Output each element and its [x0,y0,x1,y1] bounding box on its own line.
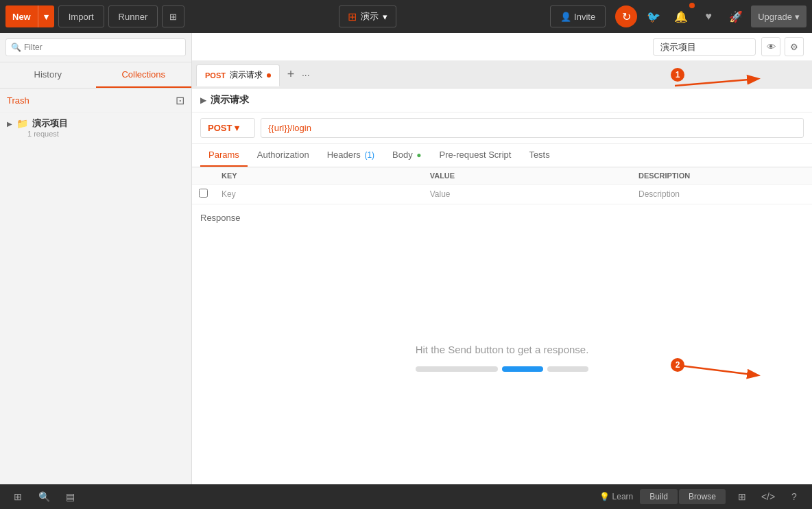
upgrade-button[interactable]: Upgrade ▾ [751,5,807,27]
new-dropdown-arrow[interactable]: ▾ [38,5,54,27]
bottom-code-button[interactable]: </> [759,487,778,506]
env-actions: 👁 ⚙ [761,37,804,56]
sidebar-tab-history[interactable]: History [0,62,96,88]
response-label: Response [192,204,812,231]
col-description: DESCRIPTION [632,167,812,185]
cookie-button[interactable]: 🐦 [643,5,665,27]
collection-sub: 1 request [7,130,184,138]
bottom-layout-button[interactable]: ⊞ [732,487,752,506]
nav-icons: ↻ 🐦 🔔 ♥ 🚀 [615,5,747,27]
notifications-button[interactable]: 🔔 [670,5,692,27]
more-tabs-button[interactable]: ··· [302,69,310,80]
col-value: VALUE [423,167,632,185]
tab-unsaved-dot [267,73,271,78]
invite-icon: 👤 [560,12,571,22]
top-nav: New ▾ Import Runner ⊞ ⊞ 演示 ▾ 👤 Invite ↻ … [0,0,812,33]
row-desc-cell[interactable]: Description [632,185,812,204]
col-key: KEY [215,167,423,185]
sidebar: 🔍 History Collections Trash ⊡ ▶ 📁 演示项目 1… [0,33,192,484]
notification-badge [689,3,695,8]
tab-body[interactable]: Body ● [384,144,430,167]
learn-button[interactable]: 💡 Learn [599,492,634,501]
workspace-selector[interactable]: ⊞ 演示 ▾ [339,5,396,27]
row-check-cell [192,185,215,204]
workspace-name: 演示 [361,10,379,23]
bottombar-left: ⊞ 🔍 ▤ [8,487,80,506]
search-icon: 🔍 [11,43,21,52]
table-row: Key Value Description [192,185,812,204]
tab-params[interactable]: Params [200,144,248,167]
env-bar: 演示项目 👁 ⚙ [192,33,812,61]
bottom-console-button[interactable]: ▤ [60,487,80,506]
new-label: New [5,12,38,22]
rocket-button[interactable]: 🚀 [725,5,747,27]
row-checkbox[interactable] [199,189,208,198]
sidebar-actions: Trash ⊡ [0,88,191,113]
tab-authorization[interactable]: Authorization [249,144,318,167]
bottombar-right: 💡 Learn Build Browse ⊞ </> ? [599,487,804,506]
search-input[interactable] [5,38,186,56]
req-collapse-arrow[interactable]: ▶ [200,95,206,105]
send-placeholder: Hit the Send button to get a response. [192,231,812,484]
placeholder-bars [416,366,588,372]
request-subtabs: Params Authorization Headers (1) Body ● … [192,144,812,167]
import-button[interactable]: Import [58,5,104,27]
bottom-help-button[interactable]: ? [785,487,804,506]
bar-gray-short [547,366,588,372]
params-table: KEY VALUE DESCRIPTION Key Value Descript… [192,167,812,204]
request-panel: POST ▾ Params Authorization Headers (1) … [192,113,812,484]
row-key-cell[interactable]: Key [215,185,423,204]
headers-badge: (1) [364,150,374,160]
collection-item-inner: ▶ 📁 演示项目 [7,117,184,130]
invite-button[interactable]: 👤 Invite [550,5,606,27]
trash-link[interactable]: Trash [7,95,29,106]
method-label: POST [208,123,232,133]
new-collection-button[interactable]: ⊡ [176,94,184,107]
eye-button[interactable]: 👁 [761,37,780,56]
workspace-icon: ⊞ [348,10,357,23]
main-content-area: POST ▾ Params Authorization Headers (1) … [192,113,812,484]
request-tabs-bar: POST 演示请求 + ··· [192,61,812,88]
col-check [192,167,215,185]
collection-arrow-icon: ▶ [7,120,12,128]
sidebar-tab-collections[interactable]: Collections [96,62,192,88]
row-value-cell[interactable]: Value [423,185,632,204]
bar-gray-long [416,366,498,372]
new-button[interactable]: New ▾ [5,5,54,27]
environment-select[interactable]: 演示项目 [653,38,756,56]
add-tab-button[interactable]: + [281,65,300,84]
request-title-bar: ▶ 演示请求 [192,88,812,113]
bottom-bar: ⊞ 🔍 ▤ 💡 Learn Build Browse ⊞ </> ? [0,484,812,509]
bottom-sidebar-button[interactable]: ⊞ [8,487,27,506]
collection-folder-icon: 📁 [16,118,28,129]
request-title: 演示请求 [211,94,249,106]
body-badge: ● [416,150,421,160]
app-body: 🔍 History Collections Trash ⊡ ▶ 📁 演示项目 1… [0,33,812,484]
url-input[interactable] [261,118,804,138]
heart-button[interactable]: ♥ [697,5,719,27]
bottom-tab-build[interactable]: Build [640,489,678,504]
request-tab-active[interactable]: POST 演示请求 [196,64,280,86]
tab-tests[interactable]: Tests [521,144,558,167]
request-tab-name: 演示请求 [230,69,263,81]
tab-headers[interactable]: Headers (1) [319,144,383,167]
nav-center: ⊞ 演示 ▾ [189,5,546,27]
params-panel: KEY VALUE DESCRIPTION Key Value Descript… [192,167,812,204]
bottom-search-button[interactable]: 🔍 [34,487,53,506]
sidebar-tabs: History Collections [0,62,191,88]
learn-icon: 💡 [599,492,610,501]
bottom-tab-browse[interactable]: Browse [679,489,726,504]
layout-button[interactable]: ⊞ [162,5,184,27]
collection-item[interactable]: ▶ 📁 演示项目 1 request [0,113,191,142]
send-placeholder-text: Hit the Send button to get a response. [416,344,589,355]
url-bar: POST ▾ [192,113,812,144]
settings-button[interactable]: ⚙ [785,37,804,56]
tab-prerequest[interactable]: Pre-request Script [431,144,520,167]
sidebar-search-container: 🔍 [0,33,191,62]
method-badge: POST [205,71,226,80]
workspace-arrow: ▾ [383,12,387,22]
sync-button[interactable]: ↻ [615,5,637,27]
main-panel: 演示项目 👁 ⚙ POST 演示请求 + ··· ▶ 演示请求 [192,33,812,484]
method-select[interactable]: POST ▾ [200,118,255,138]
runner-button[interactable]: Runner [108,5,158,27]
